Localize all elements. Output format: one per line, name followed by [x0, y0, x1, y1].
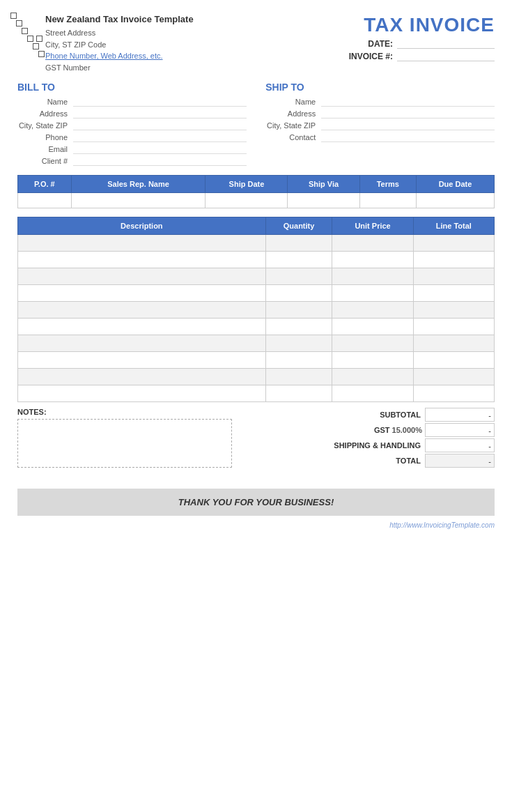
company-city: City, ST ZIP Code — [45, 39, 194, 51]
bill-phone-value — [73, 132, 247, 142]
ship-to-section: SHIP TO Name Address City, State ZIP Con… — [265, 82, 495, 168]
order-sales-rep — [71, 193, 205, 208]
item-total — [413, 352, 494, 369]
ship-city-value — [321, 121, 495, 130]
item-desc — [18, 319, 266, 335]
table-row — [18, 369, 495, 385]
thank-you-text: THANK YOU FOR YOUR BUSINESS! — [178, 497, 334, 507]
item-price — [332, 268, 413, 285]
item-desc — [18, 385, 266, 402]
ship-address-label: Address — [265, 109, 321, 118]
item-qty — [265, 235, 332, 252]
order-terms — [359, 193, 416, 208]
table-row — [18, 302, 495, 319]
ship-contact-row: Contact — [265, 132, 495, 142]
ship-to-title: SHIP TO — [265, 82, 495, 93]
item-qty — [265, 252, 332, 268]
notes-box — [17, 419, 232, 468]
col-ship-via: Ship Via — [288, 176, 359, 193]
table-row — [18, 268, 495, 285]
item-total — [413, 319, 494, 335]
bill-name-row: Name — [17, 97, 247, 107]
item-price — [332, 319, 413, 335]
bill-city-label: City, State ZIP — [17, 121, 73, 130]
item-total — [413, 302, 494, 319]
order-ship-via — [288, 193, 359, 208]
bill-name-value — [73, 97, 247, 107]
totals-section: SUBTOTAL - GST 15.000% - SHIPPING & HAND… — [265, 408, 495, 469]
table-row — [18, 385, 495, 402]
table-row — [18, 335, 495, 352]
shipping-label: SHIPPING & HANDLING — [313, 441, 425, 450]
item-price — [332, 235, 413, 252]
bill-phone-row: Phone — [17, 132, 247, 142]
item-desc — [18, 335, 266, 352]
ship-contact-value — [321, 132, 495, 142]
watermark: http://www.InvoicingTemplate.com — [17, 521, 495, 529]
item-total — [413, 268, 494, 285]
invoice-num-field — [397, 52, 495, 61]
item-total — [413, 235, 494, 252]
item-qty — [265, 385, 332, 402]
bill-client-row: Client # — [17, 156, 247, 166]
total-row: TOTAL - — [265, 454, 495, 468]
item-desc — [18, 302, 266, 319]
subtotal-row: SUBTOTAL - — [265, 408, 495, 422]
item-desc — [18, 252, 266, 268]
col-unit-price: Unit Price — [332, 217, 413, 235]
invoice-page: New Zealand Tax Invoice Template Street … — [0, 0, 512, 812]
shipping-row: SHIPPING & HANDLING - — [265, 438, 495, 452]
notes-section: NOTES: — [17, 408, 256, 468]
col-po: P.O. # — [18, 176, 72, 193]
col-line-total: Line Total — [413, 217, 494, 235]
item-qty — [265, 285, 332, 302]
date-row: DATE: — [368, 39, 495, 49]
item-desc — [18, 235, 266, 252]
bill-to-title: BILL TO — [17, 82, 247, 93]
item-qty — [265, 268, 332, 285]
gst-row: GST 15.000% - — [265, 423, 495, 437]
item-price — [332, 302, 413, 319]
ship-contact-label: Contact — [265, 133, 321, 141]
bill-name-label: Name — [17, 98, 73, 106]
item-price — [332, 385, 413, 402]
date-label: DATE: — [368, 39, 393, 49]
gst-value: - — [425, 423, 495, 437]
bill-email-row: Email — [17, 144, 247, 154]
total-value: - — [425, 454, 495, 468]
invoice-num-row: INVOICE #: — [349, 52, 495, 61]
table-row — [18, 235, 495, 252]
items-table: Description Quantity Unit Price Line Tot… — [17, 217, 495, 402]
ship-name-row: Name — [265, 97, 495, 107]
invoice-num-label: INVOICE #: — [349, 52, 393, 61]
item-price — [332, 285, 413, 302]
ship-name-value — [321, 97, 495, 107]
bill-address-value — [73, 109, 247, 118]
item-qty — [265, 352, 332, 369]
ship-address-row: Address — [265, 109, 495, 118]
item-total — [413, 252, 494, 268]
item-price — [332, 252, 413, 268]
col-terms: Terms — [359, 176, 416, 193]
bill-city-row: City, State ZIP — [17, 121, 247, 130]
item-desc — [18, 268, 266, 285]
bill-email-label: Email — [17, 145, 73, 153]
notes-label: NOTES: — [17, 408, 256, 416]
item-qty — [265, 319, 332, 335]
subtotal-label: SUBTOTAL — [313, 411, 425, 419]
ship-name-label: Name — [265, 98, 321, 106]
item-total — [413, 285, 494, 302]
col-description: Description — [18, 217, 266, 235]
invoice-title-section: TAX INVOICE DATE: INVOICE #: — [349, 14, 495, 61]
company-phone: Phone Number, Web Address, etc. — [45, 50, 194, 62]
ship-city-row: City, State ZIP — [265, 121, 495, 130]
bill-client-label: Client # — [17, 157, 73, 165]
bill-client-value — [73, 156, 247, 166]
item-desc — [18, 352, 266, 369]
col-sales-rep: Sales Rep. Name — [71, 176, 205, 193]
tax-invoice-title: TAX INVOICE — [364, 14, 495, 36]
gst-label: GST 15.000% — [313, 426, 425, 434]
table-row — [18, 352, 495, 369]
bill-city-value — [73, 121, 247, 130]
bill-address-row: Address — [17, 109, 247, 118]
